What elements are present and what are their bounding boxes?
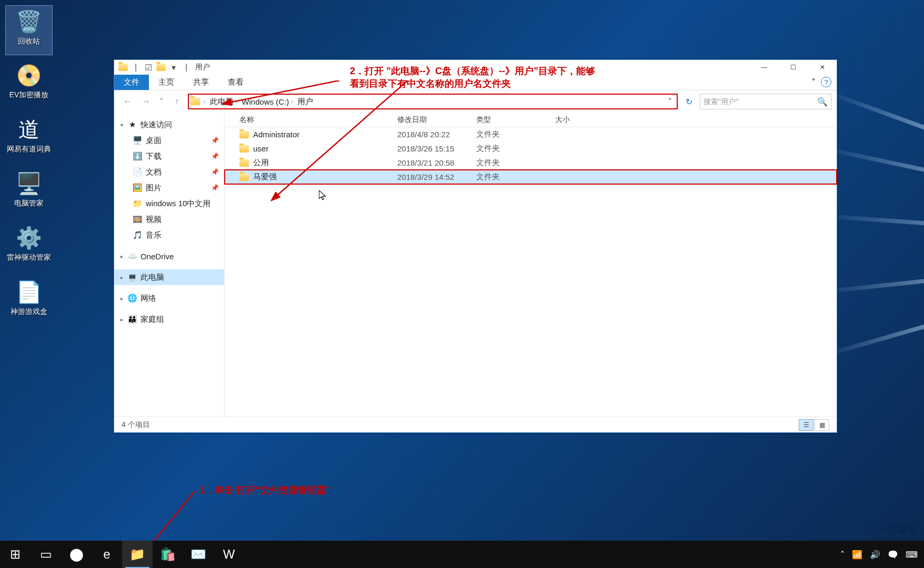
chevron-right-icon[interactable]: ▸ [120,296,127,301]
cortana-icon: ⬤ [69,547,84,562]
taskbar-edge-button[interactable]: e [92,541,122,568]
nav-forward-button[interactable]: → [138,94,154,109]
file-type: 文件夹 [472,129,551,139]
sidebar-quick-item[interactable]: ⬇️下载📌 [114,148,224,164]
tray-icon[interactable]: ˄ [840,550,845,560]
desktop-icon-thunder-driver[interactable]: ⚙️雷神驱动管家 [5,222,53,272]
ribbon-tab-file[interactable]: 文件 [114,75,149,90]
explorer-icon: 📁 [129,547,145,562]
minimize-button[interactable]: — [750,60,779,75]
sidebar-this-pc[interactable]: ▸ 💻 此电脑 [114,269,224,285]
maximize-button[interactable]: ☐ [779,60,808,75]
crumb-c-drive[interactable]: Windows (C:)› [239,97,295,106]
ribbon-tab-share[interactable]: 共享 [184,75,218,90]
col-name[interactable]: 名称 [225,115,393,125]
sidebar-onedrive[interactable]: ▸ ☁️ OneDrive [114,248,224,264]
sidebar-quick-item[interactable]: 🖥️桌面📌 [114,133,224,148]
refresh-button[interactable]: ↻ [681,94,697,109]
sidebar: ▾ ★ 快速访问 🖥️桌面📌⬇️下载📌📄文档📌🖼️图片📌📁windows 10中… [114,113,225,417]
taskbar-taskview-button[interactable]: ▭ [31,541,61,568]
qat-folder-icon[interactable] [156,63,166,72]
col-date[interactable]: 修改日期 [393,115,472,125]
sidebar-network[interactable]: ▸ 🌐 网络 [114,290,224,306]
cloud-icon: ☁️ [127,251,137,261]
tray-icon[interactable]: 🔊 [870,550,880,560]
start-icon: ⊞ [10,547,21,562]
taskview-icon: ▭ [40,547,52,562]
table-row[interactable]: 马爱强2018/3/29 14:52文件夹 [225,170,837,184]
ribbon-tab-view[interactable]: 查看 [218,75,253,90]
sidebar-item-label: 图片 [146,183,162,193]
help-icon[interactable]: ? [821,77,831,87]
qat-checkbox-icon[interactable]: ☑ [144,63,153,72]
taskbar-mail-button[interactable]: ✉️ [183,541,214,568]
search-box[interactable]: 🔍 [700,94,831,109]
ribbon-expand-icon[interactable]: ˅ [811,77,816,87]
view-details-button[interactable]: ☰ [799,419,813,431]
star-icon: ★ [127,120,137,129]
column-headers[interactable]: 名称 修改日期 类型 大小 [225,113,837,127]
col-type[interactable]: 类型 [472,115,551,125]
qat-dropdown-icon[interactable]: ▾ [169,63,178,72]
folder-icon [239,159,249,167]
sidebar-quick-item[interactable]: 📁windows 10中文用 [114,196,224,211]
infinity-icon: ∞ [878,523,885,535]
ribbon-tab-home[interactable]: 主页 [149,75,184,90]
chevron-right-icon[interactable]: ▸ [120,317,127,322]
tray-icon[interactable]: ⌨ [906,550,918,560]
desktop-icon-label: 雷神驱动管家 [5,253,53,261]
folder-icon [239,145,249,153]
search-icon[interactable]: 🔍 [817,97,828,107]
shenyou-icon: 📄 [14,279,44,305]
system-tray[interactable]: ˄📶🔊🗨️⌨ [840,550,924,560]
titlebar[interactable]: | ☑ ▾ | 用户 — ☐ ✕ [114,60,837,75]
sidebar-item-label: 快速访问 [140,120,172,130]
navbar: ← → ˅ ↑ › 此电脑› Windows (C:)› 用户 ˅ ↻ 🔍 [114,90,837,113]
crumb-root[interactable]: › [202,98,208,105]
sidebar-quick-item[interactable]: 🖼️图片📌 [114,180,224,196]
taskbar-cortana-button[interactable]: ⬤ [61,541,92,568]
nav-up-button[interactable]: ↑ [169,94,185,109]
taskbar-explorer-button[interactable]: 📁 [122,541,153,568]
view-large-button[interactable]: ▦ [815,419,829,431]
taskbar: ⊞▭⬤e📁🛍️✉️W ˄📶🔊🗨️⌨ [0,541,924,568]
taskbar-word-button[interactable]: W [214,541,244,568]
table-row[interactable]: Administrator2018/4/8 20:22文件夹 [225,127,837,141]
sidebar-item-label: 桌面 [146,136,162,146]
chevron-right-icon[interactable]: ▸ [120,253,127,259]
desktop-icon-ev-player[interactable]: 📀EV加密播放 [5,59,53,109]
tray-icon[interactable]: 🗨️ [888,550,898,560]
desktop-icon-pc-manager[interactable]: 🖥️电脑管家 [5,168,53,218]
desktop-icon-label: 回收站 [6,37,52,45]
sidebar-quick-item[interactable]: 🎵音乐 [114,227,224,243]
address-bar[interactable]: › 此电脑› Windows (C:)› 用户 ˅ [188,94,678,109]
tray-icon[interactable]: 📶 [852,550,862,560]
crumb-users[interactable]: 用户 [295,97,315,107]
table-row[interactable]: user2018/3/26 15:15文件夹 [225,141,837,156]
address-dropdown-icon[interactable]: ˅ [663,97,677,107]
sidebar-quick-item[interactable]: 🎞️视频 [114,211,224,227]
pin-icon: 📌 [211,153,219,160]
taskbar-start-button[interactable]: ⊞ [0,541,31,568]
chevron-down-icon[interactable]: ▾ [120,122,127,128]
file-name: Administrator [253,130,299,139]
desktop-icon-youdao[interactable]: 道网易有道词典 [5,114,53,164]
close-button[interactable]: ✕ [808,60,837,75]
crumb-thispc[interactable]: 此电脑› [208,97,240,107]
search-input[interactable] [704,97,817,106]
taskbar-store-button[interactable]: 🛍️ [153,541,183,568]
sidebar-quick-item[interactable]: 📄文档📌 [114,164,224,180]
col-size[interactable]: 大小 [551,115,604,125]
desktop-icon-shenyou[interactable]: 📄神游游戏盒 [5,276,53,326]
chevron-right-icon[interactable]: ▸ [120,275,127,280]
store-icon: 🛍️ [160,547,176,562]
nav-recent-button[interactable]: ˅ [157,94,166,109]
pc-manager-icon: 🖥️ [14,170,44,197]
sidebar-homegroup[interactable]: ▸ 👪 家庭组 [114,311,224,327]
table-row[interactable]: 公用2018/3/21 20:58文件夹 [225,156,837,170]
nav-back-button[interactable]: ← [119,94,135,109]
sidebar-quick-access[interactable]: ▾ ★ 快速访问 [114,117,224,133]
desktop-icon-recycle-bin[interactable]: 🗑️回收站 [5,5,53,55]
edge-icon: e [103,547,110,562]
youdao-icon: 道 [14,116,44,143]
